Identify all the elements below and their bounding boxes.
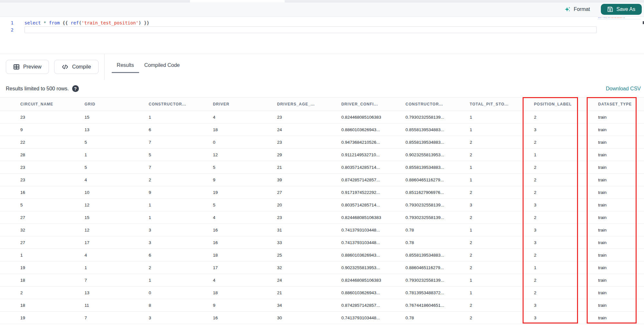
results-table: CIRCUIT_NAMEGRIDCONSTRUCTOR...DRIVERDRIV…: [0, 97, 644, 324]
table-row: 18714240.8244680851063830.7930232558139.…: [0, 274, 644, 287]
code-icon: [62, 64, 69, 70]
column-header: DRIVER_CONFI...: [337, 98, 401, 111]
table-cell: 0.7674418604651...: [401, 299, 465, 311]
code-token-string: 'train_test_position': [610, 17, 622, 18]
table-cell: train: [594, 199, 644, 211]
table-cell: train: [594, 287, 644, 299]
table-cell: 7: [80, 274, 144, 286]
table-cell: 2: [145, 174, 209, 186]
table-cell: 2: [466, 186, 530, 198]
table-cell: 4: [80, 174, 144, 186]
table-cell: 8: [145, 299, 209, 311]
table-cell: 11: [80, 299, 144, 311]
table-cell: train: [594, 111, 644, 123]
table-cell: 3: [466, 199, 530, 211]
table-cell: 27: [273, 186, 337, 198]
table-cell: 27: [16, 211, 80, 223]
sparkles-icon: [564, 6, 571, 13]
table-cell: 2: [466, 149, 530, 161]
table-cell: 34: [273, 299, 337, 311]
table-cell: 4: [209, 111, 273, 123]
table-row: 3212316310.7413793103448...0.7813train: [0, 224, 644, 236]
code-line-1[interactable]: select * from {{ ref('train_test_positio…: [24, 19, 596, 26]
table-cell: 23: [273, 136, 337, 148]
table-cell: 23: [273, 111, 337, 123]
table-cell: 0.8035714285714...: [337, 161, 401, 173]
table-cell: 6: [145, 249, 209, 261]
column-header: DRIVER: [209, 98, 273, 111]
download-csv-link[interactable]: Download CSV: [606, 86, 641, 92]
line-number: 2: [0, 26, 14, 33]
table-cell: 18: [209, 287, 273, 299]
table-cell: 0.8558139534883...: [401, 249, 465, 261]
column-header: GRID: [80, 98, 144, 111]
editor-scroll-thumb[interactable]: [643, 21, 644, 24]
table-cell: 3: [530, 312, 594, 324]
table-cell: 1: [145, 211, 209, 223]
format-button[interactable]: Format: [564, 6, 590, 13]
table-cell: 1: [145, 199, 209, 211]
table-cell: 27: [16, 236, 80, 249]
table-cell: 0.8860103626943...: [337, 287, 401, 299]
table-cell: 24: [273, 274, 337, 286]
tab-compiled-code[interactable]: Compiled Code: [139, 58, 185, 73]
column-header: TOTAL_PIT_STO...: [466, 98, 530, 111]
save-as-button[interactable]: Save As: [601, 4, 642, 15]
table-row: 51215200.8035714285714...0.7930232558139…: [0, 199, 644, 211]
editor-toolbar: Format Save As: [0, 2, 644, 17]
compile-label: Compile: [72, 64, 91, 70]
table-cell: 0.7930232558139...: [401, 274, 465, 286]
table-row: 281512290.9112149532710...0.902325581395…: [0, 149, 644, 161]
table-cell: 9: [209, 299, 273, 311]
table-cell: 16: [16, 186, 80, 198]
table-cell: train: [594, 261, 644, 274]
table-cell: 15: [80, 111, 144, 123]
table-cell: 20: [273, 199, 337, 211]
table-cell: 3: [530, 236, 594, 249]
table-cell: 12: [80, 199, 144, 211]
table-cell: 3: [145, 236, 209, 249]
table-cell: 18: [209, 123, 273, 136]
table-cell: 0: [145, 287, 209, 299]
sql-editor[interactable]: 1 2 select * from {{ ref('train_test_pos…: [0, 17, 644, 54]
table-cell: 5: [209, 161, 273, 173]
table-cell: 5: [145, 149, 209, 161]
table-cell: 19: [209, 186, 273, 198]
table-cell: 17: [80, 236, 144, 249]
table-cell: 4: [209, 274, 273, 286]
table-cell: 1: [16, 249, 80, 261]
table-cell: 22: [16, 136, 80, 148]
compile-button[interactable]: Compile: [54, 60, 99, 74]
table-cell: 0: [209, 136, 273, 148]
table-row: 14618250.8860103626943...0.8558139534883…: [0, 249, 644, 261]
table-cell: 0.9023255813953...: [337, 261, 401, 274]
table-cell: 0.824468085106383: [337, 274, 401, 286]
editor-minimap[interactable]: select * from {{ ref('train_test_positio…: [597, 17, 641, 52]
table-cell: 0.8742857142857...: [337, 174, 401, 186]
table-cell: 6: [145, 123, 209, 136]
table-cell: 32: [16, 224, 80, 236]
code-token-plain: ): [138, 20, 141, 25]
table-cell: 12: [209, 149, 273, 161]
table-cell: 23: [16, 111, 80, 123]
table-cell: 2: [530, 174, 594, 186]
table-row: 2717316330.7413793103448...0.7823train: [0, 236, 644, 249]
table-cell: 2: [466, 236, 530, 249]
table-cell: 24: [273, 123, 337, 136]
table-cell: 0.9473684210526...: [337, 136, 401, 148]
tab-results[interactable]: Results: [112, 58, 139, 73]
table-cell: 10: [80, 186, 144, 198]
table-cell: 2: [466, 136, 530, 148]
table-cell: 2: [145, 261, 209, 274]
help-icon[interactable]: ?: [72, 85, 79, 92]
table-cell: 2: [530, 136, 594, 148]
table-cell: 29: [273, 149, 337, 161]
table-body: 231514230.8244680851063830.7930232558139…: [0, 111, 644, 324]
table-row: 913618240.8860103626943...0.855813953488…: [0, 123, 644, 136]
preview-button[interactable]: Preview: [6, 60, 49, 74]
table-cell: 0.7413793103448...: [337, 236, 401, 249]
actions-bar: Preview Compile Results Compiled Code: [0, 54, 644, 80]
table-cell: 0.8035714285714...: [337, 199, 401, 211]
column-header: CIRCUIT_NAME: [16, 98, 80, 111]
active-line-indicator[interactable]: [24, 26, 597, 33]
